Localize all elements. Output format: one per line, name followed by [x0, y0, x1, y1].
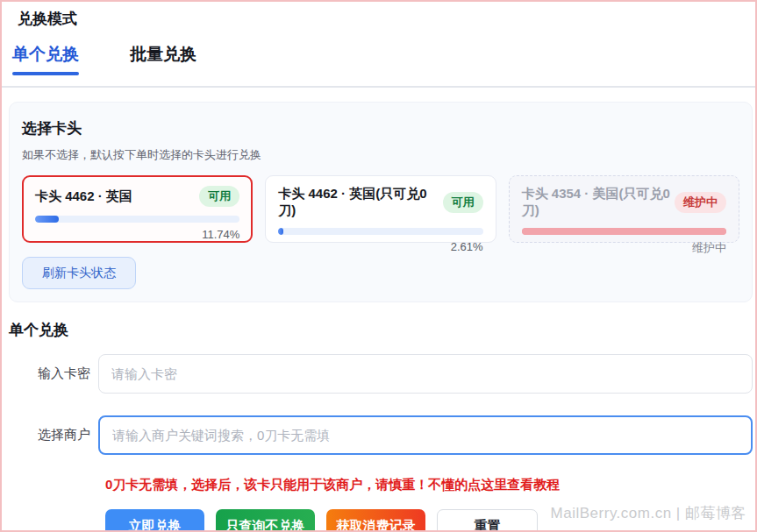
get-consumption-records-button[interactable]: 获取消费记录 — [326, 509, 425, 532]
page-title: 兑换模式 — [2, 2, 755, 29]
tabbar: 单个兑换 批量兑换 — [2, 39, 755, 88]
card-section-subtitle: 如果不选择，默认按下单时选择的卡头进行兑换 — [22, 147, 739, 163]
card-head-4354-us-maintenance: 卡头 4354 · 美国(只可兑0刀) 维护中 维护中 — [509, 175, 739, 243]
single-exchange-section-title: 单个兑换 — [9, 320, 755, 340]
single-exchange-form: 输入卡密 选择商户 0刀卡无需填，选择后，该卡只能用于该商户，请慎重！不懂的点这… — [2, 354, 753, 532]
active-tab-underline — [12, 72, 79, 75]
exchange-now-button[interactable]: 立即兑换 — [105, 509, 204, 532]
progress-percent: 2.61% — [278, 240, 482, 253]
card-title: 卡头 4462 · 英国 — [35, 188, 132, 205]
card-head-4462-uk[interactable]: 卡头 4462 · 英国 可用 11.74% — [22, 175, 253, 243]
progress-percent: 11.74% — [35, 228, 239, 241]
reset-button[interactable]: 重置 — [437, 509, 538, 532]
tab-single-exchange[interactable]: 单个兑换 — [12, 39, 79, 86]
card-section-title: 选择卡头 — [22, 118, 739, 138]
progress-fill — [522, 228, 726, 235]
merchant-label: 选择商户 — [2, 427, 98, 443]
card-key-input[interactable] — [98, 354, 753, 394]
maintenance-badge: 维护中 — [675, 192, 726, 213]
progress-fill — [278, 228, 283, 235]
progress-bar — [522, 228, 726, 235]
card-title: 卡头 4354 · 美国(只可兑0刀) — [522, 186, 675, 219]
merchant-warning-text[interactable]: 0刀卡无需填，选择后，该卡只能用于该商户，请慎重！不懂的点这里查看教程 — [105, 477, 753, 493]
merchant-search-input[interactable] — [98, 415, 753, 455]
progress-fill — [35, 216, 59, 223]
action-buttons: 立即兑换 只查询不兑换 获取消费记录 重置 — [105, 509, 753, 532]
card-title: 卡头 4462 · 英国(只可兑0刀) — [278, 186, 442, 219]
status-badge: 可用 — [443, 192, 483, 213]
card-head-section: 选择卡头 如果不选择，默认按下单时选择的卡头进行兑换 卡头 4462 · 英国 … — [9, 102, 753, 302]
status-badge: 可用 — [199, 186, 239, 207]
query-only-button[interactable]: 只查询不兑换 — [216, 509, 315, 532]
tab-single-label: 单个兑换 — [12, 39, 79, 66]
card-key-label: 输入卡密 — [2, 365, 98, 382]
tab-batch-exchange[interactable]: 批量兑换 — [130, 39, 196, 86]
progress-bar — [35, 216, 239, 223]
progress-bar — [278, 228, 482, 235]
tab-batch-label: 批量兑换 — [130, 39, 196, 66]
card-list: 卡头 4462 · 英国 可用 11.74% 卡头 4462 · 英国(只可兑0… — [22, 175, 739, 243]
card-head-4462-uk-zero[interactable]: 卡头 4462 · 英国(只可兑0刀) 可用 2.61% — [265, 175, 496, 243]
refresh-card-status-button[interactable]: 刷新卡头状态 — [22, 257, 136, 289]
maintenance-status-text: 维护中 — [522, 240, 726, 256]
